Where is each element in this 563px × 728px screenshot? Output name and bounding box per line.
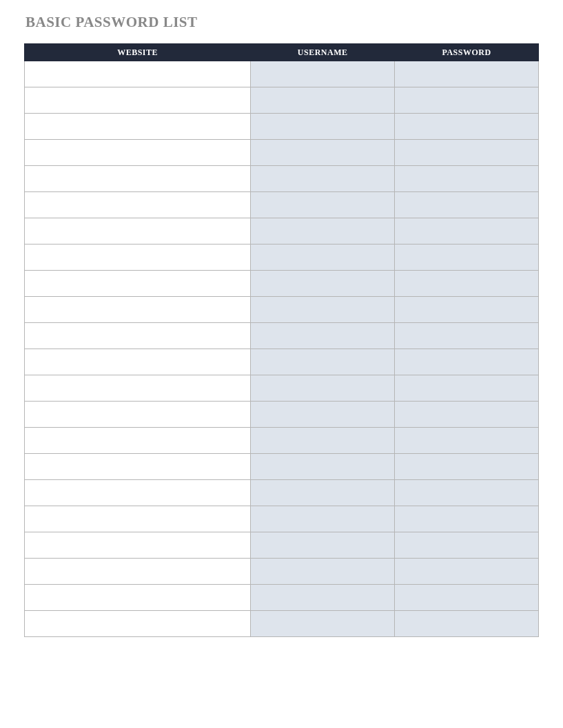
table-row	[25, 271, 539, 297]
cell-website[interactable]	[25, 218, 251, 245]
table-row	[25, 349, 539, 375]
table-row	[25, 532, 539, 559]
cell-username[interactable]	[251, 114, 395, 140]
cell-website[interactable]	[25, 611, 251, 637]
table-row	[25, 61, 539, 87]
cell-username[interactable]	[251, 61, 395, 87]
cell-password[interactable]	[395, 402, 539, 428]
table-row	[25, 140, 539, 166]
cell-website[interactable]	[25, 585, 251, 611]
cell-password[interactable]	[395, 218, 539, 245]
cell-username[interactable]	[251, 140, 395, 166]
cell-password[interactable]	[395, 480, 539, 506]
column-header-website: WEBSITE	[25, 44, 251, 61]
table-row	[25, 218, 539, 245]
cell-website[interactable]	[25, 192, 251, 218]
cell-username[interactable]	[251, 611, 395, 637]
cell-website[interactable]	[25, 271, 251, 297]
cell-password[interactable]	[395, 454, 539, 480]
cell-password[interactable]	[395, 166, 539, 192]
cell-username[interactable]	[251, 349, 395, 375]
table-row	[25, 192, 539, 218]
cell-username[interactable]	[251, 166, 395, 192]
cell-username[interactable]	[251, 532, 395, 559]
cell-username[interactable]	[251, 506, 395, 532]
cell-password[interactable]	[395, 532, 539, 559]
cell-username[interactable]	[251, 428, 395, 454]
table-row	[25, 402, 539, 428]
cell-password[interactable]	[395, 140, 539, 166]
cell-website[interactable]	[25, 166, 251, 192]
cell-password[interactable]	[395, 61, 539, 87]
table-header-row: WEBSITE USERNAME PASSWORD	[25, 44, 539, 61]
cell-website[interactable]	[25, 402, 251, 428]
password-table: WEBSITE USERNAME PASSWORD	[24, 43, 539, 637]
page-title: BASIC PASSWORD LIST	[25, 14, 539, 31]
cell-website[interactable]	[25, 140, 251, 166]
cell-username[interactable]	[251, 402, 395, 428]
cell-password[interactable]	[395, 297, 539, 323]
table-row	[25, 166, 539, 192]
cell-password[interactable]	[395, 192, 539, 218]
table-row	[25, 559, 539, 585]
cell-password[interactable]	[395, 87, 539, 114]
table-row	[25, 114, 539, 140]
cell-password[interactable]	[395, 349, 539, 375]
table-row	[25, 454, 539, 480]
cell-username[interactable]	[251, 218, 395, 245]
table-row	[25, 585, 539, 611]
cell-website[interactable]	[25, 375, 251, 402]
table-row	[25, 506, 539, 532]
cell-username[interactable]	[251, 271, 395, 297]
table-row	[25, 323, 539, 349]
cell-website[interactable]	[25, 480, 251, 506]
cell-username[interactable]	[251, 585, 395, 611]
cell-username[interactable]	[251, 245, 395, 271]
cell-username[interactable]	[251, 375, 395, 402]
cell-password[interactable]	[395, 114, 539, 140]
cell-username[interactable]	[251, 323, 395, 349]
cell-password[interactable]	[395, 271, 539, 297]
cell-username[interactable]	[251, 192, 395, 218]
cell-password[interactable]	[395, 585, 539, 611]
cell-website[interactable]	[25, 559, 251, 585]
table-row	[25, 428, 539, 454]
cell-password[interactable]	[395, 559, 539, 585]
cell-website[interactable]	[25, 428, 251, 454]
cell-website[interactable]	[25, 532, 251, 559]
column-header-username: USERNAME	[251, 44, 395, 61]
cell-website[interactable]	[25, 114, 251, 140]
table-row	[25, 611, 539, 637]
cell-password[interactable]	[395, 428, 539, 454]
column-header-password: PASSWORD	[395, 44, 539, 61]
cell-website[interactable]	[25, 323, 251, 349]
table-row	[25, 375, 539, 402]
cell-website[interactable]	[25, 245, 251, 271]
table-row	[25, 245, 539, 271]
cell-website[interactable]	[25, 297, 251, 323]
cell-password[interactable]	[395, 323, 539, 349]
cell-username[interactable]	[251, 297, 395, 323]
cell-username[interactable]	[251, 87, 395, 114]
table-row	[25, 87, 539, 114]
table-row	[25, 297, 539, 323]
table-row	[25, 480, 539, 506]
cell-password[interactable]	[395, 611, 539, 637]
cell-website[interactable]	[25, 349, 251, 375]
cell-username[interactable]	[251, 454, 395, 480]
cell-password[interactable]	[395, 245, 539, 271]
cell-website[interactable]	[25, 61, 251, 87]
cell-username[interactable]	[251, 480, 395, 506]
cell-username[interactable]	[251, 559, 395, 585]
cell-website[interactable]	[25, 506, 251, 532]
cell-website[interactable]	[25, 87, 251, 114]
cell-password[interactable]	[395, 506, 539, 532]
cell-password[interactable]	[395, 375, 539, 402]
cell-website[interactable]	[25, 454, 251, 480]
